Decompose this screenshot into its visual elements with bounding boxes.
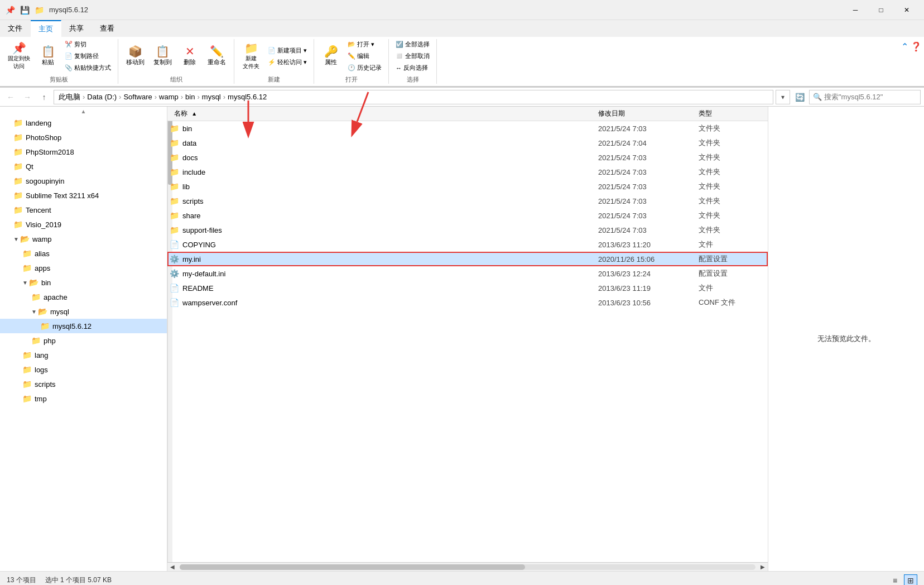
new-item-button[interactable]: 📄 新建项目 ▾ xyxy=(266,45,309,56)
sidebar-item-mysql5612[interactable]: 📁 mysql5.6.12 xyxy=(0,319,167,333)
help-icon[interactable]: ⌃ xyxy=(901,41,908,52)
open-small-buttons: 📂 打开 ▾ ✏️ 编辑 🕐 历史记录 xyxy=(345,39,384,73)
sidebar-item-wamp[interactable]: ▼ 📂 wamp xyxy=(0,232,167,246)
sidebar-item-php[interactable]: 📁 php xyxy=(0,333,167,348)
edit-button[interactable]: ✏️ 编辑 xyxy=(345,51,384,61)
paste-shortcut-button[interactable]: 📎 粘贴快捷方式 xyxy=(62,63,113,73)
pin-quick-access-button[interactable]: 📌 固定到快访问 xyxy=(4,41,33,71)
deselect-all-button[interactable]: ◻️ 全部取消 xyxy=(393,51,432,61)
sidebar-item-mysql[interactable]: ▼ 📂 mysql xyxy=(0,304,167,319)
sidebar-item-logs[interactable]: 📁 logs xyxy=(0,362,167,377)
file-row[interactable]: 📁 support-files 2021/5/24 7:03 文件夹 xyxy=(167,223,768,237)
open-button[interactable]: 📂 打开 ▾ xyxy=(345,39,384,50)
file-row[interactable]: 📁 include 2021/5/24 7:03 文件夹 xyxy=(167,165,768,179)
horizontal-scrollbar[interactable]: ◀ ▶ xyxy=(167,562,768,571)
folder-open-icon: 📂 xyxy=(29,278,38,287)
sidebar-item-lang[interactable]: 📁 lang xyxy=(0,348,167,362)
search-icon: 🔍 xyxy=(813,93,822,101)
copy-to-button[interactable]: 📋 复制到 xyxy=(150,45,175,68)
delete-button[interactable]: ✕ 删除 xyxy=(177,45,202,68)
shortcut-icon: 📎 xyxy=(65,64,73,71)
cut-button[interactable]: ✂️ 剪切 xyxy=(62,39,113,50)
easy-access-button[interactable]: ⚡ 轻松访问 ▾ xyxy=(266,57,309,68)
selected-info: 选中 1 个项目 5.07 KB xyxy=(45,576,112,585)
file-row[interactable]: 📄 README 2013/6/23 11:19 文件 xyxy=(167,281,768,295)
addressbar: ← → ↑ 此电脑 › Data (D:) › Software › wamp … xyxy=(0,88,924,107)
sidebar-item-tencent[interactable]: 📁 Tencent xyxy=(0,203,167,217)
sidebar-item-landeng[interactable]: 📁 landeng xyxy=(0,116,167,130)
refresh-button[interactable]: 🔄 xyxy=(792,90,807,104)
history-icon: 🕐 xyxy=(348,64,355,71)
sidebar-scroll-up[interactable]: ▲ xyxy=(0,107,167,116)
list-view-button[interactable]: ≡ xyxy=(888,574,902,586)
ribbon-group-select: ☑️ 全部选择 ◻️ 全部取消 ↔️ 反向选择 选择 xyxy=(389,39,437,84)
file-row[interactable]: 📁 bin 2021/5/24 7:03 文件夹 xyxy=(167,121,768,136)
sidebar-item-photoshop[interactable]: 📁 PhotoShop xyxy=(0,130,167,145)
sidebar-label-landeng: landeng xyxy=(26,119,51,127)
col-header-type[interactable]: 类型 xyxy=(699,109,766,118)
sidebar-item-tmp[interactable]: 📁 tmp xyxy=(0,391,167,406)
col-header-name[interactable]: 名称 ▲ xyxy=(170,109,598,118)
sidebar-item-sublime[interactable]: 📁 Sublime Text 3211 x64 xyxy=(0,188,167,203)
file-row[interactable]: 📄 COPYING 2013/6/23 11:20 文件 xyxy=(167,237,768,252)
tab-home[interactable]: 主页 xyxy=(31,20,61,37)
hscroll-left[interactable]: ◀ xyxy=(167,563,177,571)
sidebar-item-alias[interactable]: 📁 alias xyxy=(0,246,167,261)
copy-path-button[interactable]: 📄 复制路径 xyxy=(62,51,113,61)
ribbon-group-organize: 📦 移动到 📋 复制到 ✕ 删除 ✏️ 重命名 组织 xyxy=(118,39,234,84)
help-question-icon[interactable]: ❓ xyxy=(911,41,922,52)
sidebar-label-apache: apache xyxy=(44,293,68,301)
forward-button[interactable]: → xyxy=(20,90,35,104)
ribbon-tabs: 文件 主页 共享 查看 xyxy=(0,20,924,37)
new-item-icon: 📄 xyxy=(268,47,276,54)
select-all-button[interactable]: ☑️ 全部选择 xyxy=(393,39,432,50)
sidebar-item-apache[interactable]: 📁 apache xyxy=(0,290,167,304)
file-row[interactable]: 📁 lib 2021/5/24 7:03 文件夹 xyxy=(167,179,768,194)
sidebar-item-visio[interactable]: 📁 Visio_2019 xyxy=(0,217,167,232)
tab-view[interactable]: 查看 xyxy=(92,20,123,37)
folder-icon-titlebar: 📁 xyxy=(33,4,45,16)
move-to-button[interactable]: 📦 移动到 xyxy=(123,45,148,68)
file-row[interactable]: 📁 share 2021/5/24 7:03 文件夹 xyxy=(167,208,768,223)
tab-share[interactable]: 共享 xyxy=(61,20,92,37)
sidebar-label-bin: bin xyxy=(41,279,51,287)
file-row-my-ini[interactable]: ⚙️ my.ini 2020/11/26 15:06 配置设置 xyxy=(167,252,768,266)
file-row[interactable]: 📁 scripts 2021/5/24 7:03 文件夹 xyxy=(167,194,768,208)
search-input[interactable] xyxy=(824,93,917,101)
rename-button[interactable]: ✏️ 重命名 xyxy=(204,45,229,68)
details-view-button[interactable]: ⊞ xyxy=(904,574,917,586)
paste-button[interactable]: 📋 粘贴 xyxy=(36,45,60,68)
file-row[interactable]: 📁 data 2021/5/24 7:04 文件夹 xyxy=(167,136,768,150)
statusbar: 13 个项目 选中 1 个项目 5.07 KB ≡ ⊞ xyxy=(0,571,924,585)
sidebar-item-phpstorm[interactable]: 📁 PhpStorm2018 xyxy=(0,145,167,159)
address-path[interactable]: 此电脑 › Data (D:) › Software › wamp › bin … xyxy=(54,90,773,104)
new-folder-button[interactable]: 📁 新建文件夹 xyxy=(239,41,263,71)
up-button[interactable]: ↑ xyxy=(37,90,51,104)
minimize-button[interactable]: ─ xyxy=(843,1,868,19)
properties-button[interactable]: 🔑 属性 xyxy=(319,45,343,68)
maximize-button[interactable]: □ xyxy=(868,1,894,19)
file-row[interactable]: 📁 docs 2021/5/24 7:03 文件夹 xyxy=(167,150,768,165)
file-row[interactable]: 📄 wampserver.conf 2013/6/23 10:56 CONF 文… xyxy=(167,295,768,310)
sidebar-item-apps[interactable]: 📁 apps xyxy=(0,261,167,275)
sidebar-item-bin[interactable]: ▼ 📂 bin xyxy=(0,275,167,290)
col-header-date[interactable]: 修改日期 xyxy=(598,109,699,118)
folder-icon: 📁 xyxy=(170,124,179,133)
tab-file[interactable]: 文件 xyxy=(0,20,31,37)
file-row[interactable]: ⚙️ my-default.ini 2013/6/23 12:24 配置设置 xyxy=(167,266,768,281)
back-button[interactable]: ← xyxy=(3,90,18,104)
hscroll-thumb[interactable] xyxy=(180,564,525,570)
folder-open-icon: 📂 xyxy=(38,307,47,316)
folder-icon: 📁 xyxy=(22,394,32,403)
main-area: ▲ 📁 landeng 📁 PhotoShop 📁 PhpStorm2018 📁… xyxy=(0,107,924,571)
sidebar-item-sogou[interactable]: 📁 sogoupinyin xyxy=(0,174,167,188)
hscroll-right[interactable]: ▶ xyxy=(758,563,768,571)
sidebar: ▲ 📁 landeng 📁 PhotoShop 📁 PhpStorm2018 📁… xyxy=(0,107,167,571)
history-button[interactable]: 🕐 历史记录 xyxy=(345,63,384,73)
address-dropdown[interactable]: ▾ xyxy=(776,90,790,104)
invert-selection-button[interactable]: ↔️ 反向选择 xyxy=(393,63,432,73)
search-box[interactable]: 🔍 xyxy=(809,90,921,104)
sidebar-item-qt[interactable]: 📁 Qt xyxy=(0,159,167,174)
sidebar-item-scripts[interactable]: 📁 scripts xyxy=(0,377,167,391)
close-button[interactable]: ✕ xyxy=(894,1,920,19)
